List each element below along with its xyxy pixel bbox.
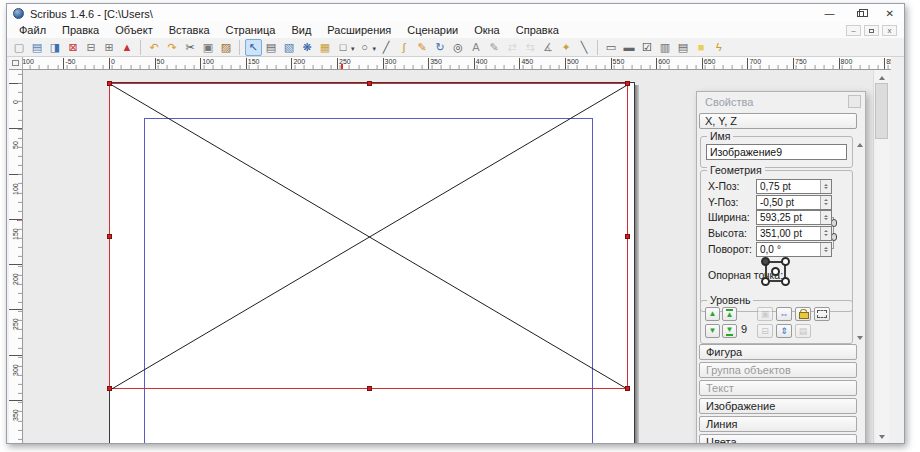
flip-horizontal-icon[interactable]: ⇔ [776, 307, 792, 321]
lock-object-icon[interactable] [795, 307, 811, 321]
open-document-icon[interactable]: ▤ [29, 39, 46, 56]
scroll-down-icon[interactable] [874, 432, 889, 444]
palette-close-button[interactable] [848, 95, 861, 108]
rotation-input[interactable]: 0,0° [756, 242, 832, 257]
menu-item-Вид[interactable]: Вид [283, 23, 319, 38]
section-Цвета[interactable]: Цвета [699, 434, 857, 444]
new-document-icon[interactable]: ▢ [11, 39, 28, 56]
resize-handle-middle-left[interactable] [107, 234, 112, 239]
resize-handle-top-middle[interactable] [367, 81, 372, 86]
mdi-minimize-button[interactable]: – [846, 25, 861, 36]
undo-icon[interactable]: ↶ [146, 39, 163, 56]
height-spinner[interactable] [820, 227, 831, 240]
pdf-text-annotation-icon[interactable]: ■ [693, 39, 710, 56]
y-pos-spinner[interactable] [820, 196, 831, 209]
scroll-up-icon[interactable] [874, 70, 889, 82]
insert-line-icon[interactable]: ╱ [378, 39, 395, 56]
height-input[interactable]: 351,00pt [756, 226, 832, 241]
save-as-pdf-icon[interactable]: ▲ [119, 39, 136, 56]
selected-image-frame[interactable] [109, 83, 628, 389]
basepoint-top-right[interactable] [781, 257, 790, 266]
scrollbar-thumb[interactable] [875, 83, 888, 139]
menu-item-Файл[interactable]: Файл [11, 23, 54, 38]
vertical-scrollbar[interactable] [873, 70, 889, 444]
raise-button[interactable]: ▲ [705, 307, 720, 321]
resize-handle-top-left[interactable] [107, 81, 112, 86]
pdf-link-annotation-icon[interactable]: ϟ [711, 39, 728, 56]
menu-item-Справка[interactable]: Справка [508, 23, 567, 38]
basepoint-center[interactable] [771, 267, 780, 276]
insert-shape-icon[interactable]: □ [335, 39, 352, 56]
basepoint-bottom-left[interactable] [761, 277, 770, 286]
menu-item-Сценарии[interactable]: Сценарии [399, 23, 466, 38]
x-pos-spinner[interactable] [820, 180, 831, 193]
zoom-icon[interactable]: ◎ [450, 39, 467, 56]
section-Фигура[interactable]: Фигура [699, 344, 857, 360]
lower-to-bottom-button[interactable]: ▼ [722, 324, 737, 338]
vertical-ruler[interactable]: 050100150200250300350 [9, 70, 23, 444]
pdf-push-button-icon[interactable]: ▭ [603, 39, 620, 56]
enable-printing-icon[interactable]: ▣ [757, 307, 773, 321]
pdf-list-box-icon[interactable]: ▤ [675, 39, 692, 56]
story-editor-icon[interactable]: ✎ [486, 39, 503, 56]
pdf-text-field-icon[interactable]: ▬ [621, 39, 638, 56]
flip-vertical-icon[interactable]: ⇕ [776, 324, 792, 338]
close-document-icon[interactable]: ⊠ [65, 39, 82, 56]
title-bar[interactable]: Scribus 1.4.6 - [C:\Users\ — ✕ [7, 4, 904, 23]
resize-handle-top-right[interactable] [625, 81, 630, 86]
palette-scroll-up-icon[interactable] [855, 138, 865, 148]
pdf-options-icon[interactable]: ▤ [795, 324, 811, 338]
y-pos-input[interactable]: -0,50pt [756, 195, 832, 210]
close-button[interactable]: ✕ [886, 4, 894, 23]
pdf-combo-box-icon[interactable]: ▥ [657, 39, 674, 56]
insert-render-frame-icon[interactable]: ❋ [299, 39, 316, 56]
resize-handle-bottom-left[interactable] [107, 386, 112, 391]
copy-icon[interactable]: ▣ [200, 39, 217, 56]
save-document-icon[interactable]: ◨ [47, 39, 64, 56]
basepoint-bottom-right[interactable] [781, 277, 790, 286]
preflight-verifier-icon[interactable]: ⊞ [101, 39, 118, 56]
basepoint-top-left[interactable] [761, 257, 770, 266]
insert-text-frame-icon[interactable]: ▤ [263, 39, 280, 56]
width-spinner[interactable] [820, 211, 831, 224]
horizontal-ruler[interactable]: -100-50050100150200250300350400450500550… [9, 57, 891, 70]
print-object-icon[interactable]: ⊟ [757, 324, 773, 338]
resize-handle-middle-right[interactable] [625, 234, 630, 239]
measurements-icon[interactable]: ∡ [540, 39, 557, 56]
rotate-item-icon[interactable]: ↻ [432, 39, 449, 56]
insert-polygon-dropdown-icon[interactable]: ▾ [373, 45, 377, 53]
raise-to-top-button[interactable]: ▲ [722, 307, 737, 321]
mdi-restore-button[interactable] [864, 25, 879, 36]
ruler-origin-icon[interactable] [9, 57, 23, 70]
redo-icon[interactable]: ↷ [164, 39, 181, 56]
pdf-checkbox-icon[interactable]: ☑ [639, 39, 656, 56]
cut-icon[interactable]: ✂ [182, 39, 199, 56]
menu-item-Правка[interactable]: Правка [54, 23, 107, 38]
lock-size-icon[interactable] [814, 307, 830, 321]
resize-handle-bottom-right[interactable] [625, 386, 630, 391]
minimize-button[interactable]: — [825, 4, 835, 23]
menu-item-Вставка[interactable]: Вставка [161, 23, 218, 38]
select-item-icon[interactable]: ↖ [245, 39, 262, 56]
tab-xyz[interactable]: X, Y, Z [699, 113, 857, 129]
paste-icon[interactable]: ▨ [218, 39, 235, 56]
menu-item-Окна[interactable]: Окна [466, 23, 508, 38]
mdi-close-button[interactable]: x [882, 25, 897, 36]
insert-freehand-icon[interactable]: ✎ [414, 39, 431, 56]
insert-image-frame-icon[interactable]: ▧ [281, 39, 298, 56]
section-Линия[interactable]: Линия [699, 416, 857, 432]
palette-scroll-down-icon[interactable] [855, 334, 865, 344]
edit-contents-icon[interactable]: A [468, 39, 485, 56]
insert-table-icon[interactable]: ▦ [317, 39, 334, 56]
lower-button[interactable]: ▼ [705, 324, 720, 338]
resize-handle-bottom-middle[interactable] [367, 386, 372, 391]
insert-bezier-icon[interactable]: ∫ [396, 39, 413, 56]
section-Изображение[interactable]: Изображение [699, 398, 857, 414]
restore-button[interactable] [857, 11, 864, 17]
width-input[interactable]: 593,25pt [756, 210, 832, 225]
insert-polygon-icon[interactable]: ○ [356, 39, 373, 56]
menu-item-Объект[interactable]: Объект [107, 23, 160, 38]
object-name-input[interactable]: Изображение9 [706, 144, 847, 160]
x-pos-input[interactable]: 0,75pt [756, 179, 832, 194]
rotation-spinner[interactable] [820, 243, 831, 256]
